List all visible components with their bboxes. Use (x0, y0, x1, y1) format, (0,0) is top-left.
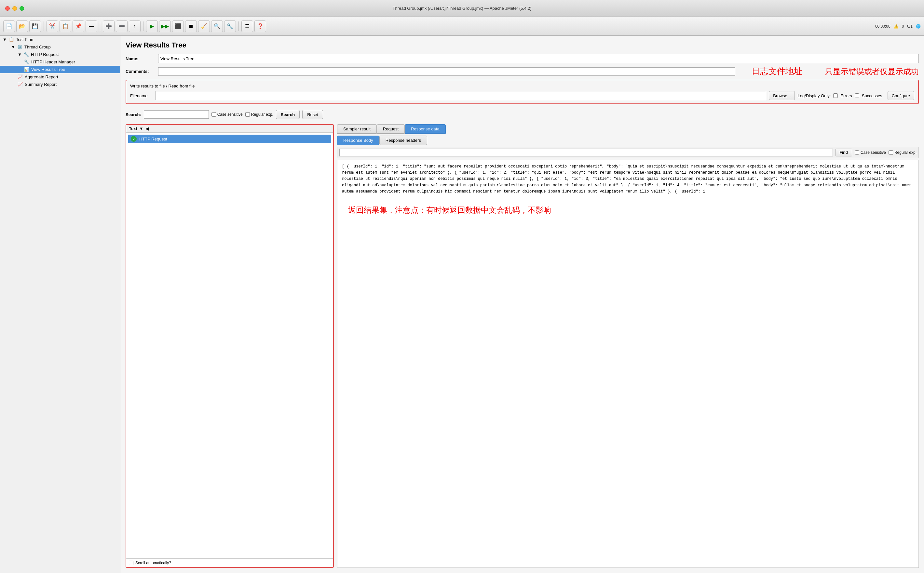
successes-checkbox[interactable] (855, 93, 859, 98)
search-tool-button[interactable]: 🔍 (211, 20, 223, 32)
sidebar-item-http-header-manager[interactable]: 🔧 HTTP Header Manager (0, 58, 120, 66)
find-regular-exp[interactable]: Regular exp. (888, 150, 916, 155)
remove-button[interactable]: ➖ (116, 20, 127, 32)
search-input[interactable] (144, 110, 209, 119)
expand-icon: ▼ (3, 37, 7, 42)
filename-input[interactable] (155, 91, 766, 100)
sidebar-item-view-results-tree[interactable]: 📊 View Results Tree (0, 66, 120, 73)
thread-group-label: Thread Group (24, 45, 51, 49)
errors-checkbox[interactable] (833, 93, 838, 98)
tab-response-body[interactable]: Response Body (337, 136, 380, 145)
scroll-automatically-label: Scroll automatically? (135, 560, 171, 565)
browse-button[interactable]: Browse... (769, 91, 795, 100)
search-button[interactable]: Search (276, 110, 300, 119)
copy-button[interactable]: 📋 (60, 20, 71, 32)
pane-arrow-icon: ◀ (146, 126, 149, 131)
tab-sampler-result[interactable]: Sampler result (337, 124, 377, 134)
regular-exp-label[interactable]: Regular exp. (245, 112, 273, 117)
request-item-http[interactable]: ✓ HTTP Request (128, 135, 331, 143)
separator-4 (238, 22, 239, 31)
content-area: View Results Tree Name: Comments: 日志文件地址… (120, 36, 924, 573)
open-button[interactable]: 📂 (16, 20, 28, 32)
thread-group-icon: ⚙️ (17, 45, 22, 49)
comments-label: Comments: (126, 69, 155, 74)
panel-title: View Results Tree (126, 41, 919, 49)
comments-input[interactable] (158, 67, 735, 76)
title-bar: Thread Group.jmx (/Users/cjl/Thread Grou… (0, 0, 924, 17)
add-button[interactable]: ➕ (103, 20, 115, 32)
panel: View Results Tree Name: Comments: 日志文件地址… (120, 36, 924, 573)
annotation-log: 日志文件地址 (751, 66, 802, 77)
find-case-sensitive[interactable]: Case sensitive (855, 150, 886, 155)
toolbar: 📄 📂 💾 ✂️ 📋 📌 — ➕ ➖ ↑ ▶ ▶▶ ⬛ ⏹ 🧹 🔍 🔧 ☰ ❓ … (0, 17, 924, 36)
save-button[interactable]: 💾 (29, 20, 41, 32)
search-label: Search: (126, 112, 141, 117)
http-header-icon: 🔧 (24, 59, 29, 64)
minimize-button[interactable] (13, 6, 17, 11)
tab-response-data[interactable]: Response data (405, 124, 446, 134)
case-sensitive-label[interactable]: Case sensitive (212, 112, 243, 117)
left-pane: Text ▼ ◀ ✓ HTTP Request Scroll automatic… (126, 124, 334, 568)
text-dropdown-label: Text (129, 126, 137, 131)
scroll-automatically-checkbox[interactable] (129, 560, 133, 565)
log-options: Log/Display Only: Errors Successes Confi… (797, 91, 914, 100)
file-section: Write results to file / Read from file F… (126, 80, 919, 104)
new-button[interactable]: 📄 (3, 20, 15, 32)
test-plan-label: Test Plan (16, 37, 33, 42)
templates-button[interactable]: 🔧 (224, 20, 236, 32)
sidebar-item-summary-report[interactable]: 📈 Summary Report (0, 81, 120, 88)
cut-button[interactable]: ✂️ (47, 20, 58, 32)
paste-button[interactable]: 📌 (72, 20, 84, 32)
status-icon-ok: ✓ (131, 136, 136, 142)
sidebar-item-http-request[interactable]: ▼ 🔧 HTTP Request (0, 51, 120, 58)
regular-exp-checkbox[interactable] (245, 112, 250, 117)
reset-button[interactable]: Reset (302, 110, 323, 119)
comments-row: Comments: 日志文件地址 只显示错误或者仅显示成功 (126, 66, 919, 77)
errors-label: Errors (840, 93, 852, 98)
dropdown-arrow-icon[interactable]: ▼ (139, 126, 143, 131)
timer-display: 00:00:00 (875, 24, 891, 29)
tab-request[interactable]: Request (377, 124, 405, 134)
http-request-icon: 🔧 (24, 52, 29, 57)
configure-button[interactable]: Configure (888, 91, 914, 100)
left-pane-header: Text ▼ ◀ (126, 125, 333, 133)
sidebar-item-aggregate-report[interactable]: 📈 Aggregate Report (0, 73, 120, 81)
help-button[interactable]: ❓ (254, 20, 266, 32)
close-button[interactable] (5, 6, 10, 11)
traffic-lights (5, 6, 24, 11)
case-sensitive-checkbox[interactable] (212, 112, 216, 117)
stop-button[interactable]: ⬛ (172, 20, 184, 32)
maximize-button[interactable] (19, 6, 24, 11)
aggregate-icon: 📈 (17, 75, 23, 79)
sidebar-item-thread-group[interactable]: ▼ ⚙️ Thread Group (0, 43, 120, 51)
clear-button[interactable]: — (86, 20, 97, 32)
filename-label: Filename (130, 93, 153, 98)
find-regular-exp-checkbox[interactable] (888, 150, 893, 155)
find-case-sensitive-checkbox[interactable] (855, 150, 859, 155)
find-input[interactable] (339, 149, 833, 157)
summary-label: Summary Report (25, 82, 56, 87)
run-no-pause-button[interactable]: ▶▶ (159, 20, 171, 32)
clear-results-button[interactable]: 🧹 (198, 20, 210, 32)
left-pane-content: ✓ HTTP Request (126, 133, 333, 558)
right-pane: Sampler result Request Response data Res… (334, 124, 919, 568)
toolbar-right: 00:00:00 ⚠️ 0 0/1 🌐 (875, 24, 921, 29)
run-button[interactable]: ▶ (146, 20, 158, 32)
sidebar: ▼ 📋 Test Plan ▼ ⚙️ Thread Group ▼ 🔧 HTTP… (0, 36, 120, 573)
list-view-button[interactable]: ☰ (242, 20, 253, 32)
thread-count: 0/1 (907, 24, 913, 29)
log-display-label: Log/Display Only: (797, 93, 831, 98)
find-button[interactable]: Find (836, 149, 852, 157)
request-item-label: HTTP Request (139, 136, 167, 141)
file-section-title: Write results to file / Read from file (130, 84, 914, 88)
tab-response-headers[interactable]: Response headers (380, 136, 427, 145)
view-results-icon: 📊 (24, 67, 29, 72)
left-pane-footer: Scroll automatically? (126, 558, 333, 567)
warning-icon: ⚠️ (894, 24, 899, 29)
name-input[interactable] (158, 54, 919, 63)
shutdown-button[interactable]: ⏹ (185, 20, 197, 32)
move-up-button[interactable]: ↑ (129, 20, 141, 32)
separator-2 (100, 22, 100, 31)
sidebar-item-test-plan[interactable]: ▼ 📋 Test Plan (0, 36, 120, 43)
http-header-label: HTTP Header Manager (31, 59, 75, 64)
